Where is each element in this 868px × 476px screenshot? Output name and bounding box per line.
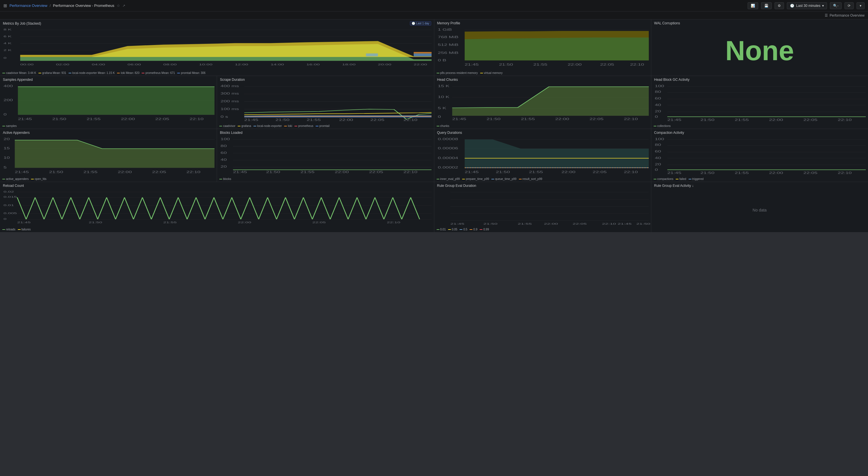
scrape-grafana-label: grafana [241,124,251,128]
legend-active-appenders: active_appenders [2,178,29,181]
active-appenders-label: active_appenders [6,178,29,181]
collections-label: collections [657,124,671,128]
svg-text:22:10: 22:10 [624,118,638,121]
svg-text:300 ms: 300 ms [221,92,239,95]
svg-text:22:00: 22:00 [335,170,349,174]
panel-header-reload: Reload Count [0,182,434,189]
p8s-dot [437,73,439,73]
refresh-interval-btn[interactable]: ▾ [857,2,865,9]
panel-title-rule-activity[interactable]: Rule Group Eval Activity ↓ [654,184,694,188]
save-btn[interactable]: 💾 [761,2,772,9]
legend-chunks: chunks [437,124,450,128]
svg-text:22:10: 22:10 [404,118,418,122]
svg-text:0.00002: 0.00002 [438,166,458,169]
svg-text:22:10: 22:10 [602,222,616,225]
svg-text:22:05: 22:05 [370,118,384,122]
svg-marker-13 [366,53,378,56]
prometheus-dot [142,73,145,73]
svg-text:06:00: 06:00 [128,63,141,66]
svg-text:21:45: 21:45 [452,118,466,121]
svg-text:22:10: 22:10 [630,63,644,66]
p001-dot [437,229,439,230]
scrape-promtail-label: promtail [319,124,330,128]
memory-legend: p8s process resident memory virtual memo… [434,71,651,76]
svg-text:21:45: 21:45 [450,222,464,225]
svg-text:21:45: 21:45 [233,170,247,174]
chunks-legend: chunks [434,124,651,129]
svg-text:80: 80 [221,145,227,148]
panel-header-query: Query Durations [434,129,651,135]
svg-text:21:55: 21:55 [307,118,321,122]
svg-text:00:00: 00:00 [20,63,34,66]
svg-text:1 GiB: 1 GiB [438,28,452,31]
promtail-dot [177,73,180,73]
svg-text:2 K: 2 K [3,49,11,52]
chart-btn[interactable]: 📊 [748,2,758,9]
rule-duration-chart-svg: 21:45 21:50 21:55 22:00 22:05 22:10 21:4… [437,189,649,226]
star-icon[interactable]: ☆ [117,3,120,8]
svg-text:21:55: 21:55 [163,221,177,224]
svg-text:04:00: 04:00 [92,63,105,66]
toolbar: 📊 💾 ⚙ 🕐 Last 30 minutes ▾ 🔍- ⟳ ▾ [748,2,865,9]
svg-text:21:45: 21:45 [18,118,32,121]
legend-samples: samples [2,124,17,128]
panel-scrape-duration: Scrape Duration 400 ms 300 ms 200 ms 100… [217,76,434,129]
collections-dot [654,126,656,126]
panel-title-appenders: Active Appenders [3,131,30,135]
share-icon[interactable]: ↗ [122,4,125,8]
svg-text:22:00: 22:00 [121,118,135,121]
svg-text:5 K: 5 K [438,106,446,110]
svg-text:21:45: 21:45 [464,63,478,66]
legend-0.9: 0.9 [469,228,477,231]
svg-text:22:00: 22:00 [555,118,569,121]
svg-text:100: 100 [655,85,664,88]
metrics-badge-label: Last 1 day [416,22,429,25]
time-range-btn[interactable]: 🕐 Last 30 minutes ▾ [787,2,827,9]
legend-collections: collections [654,124,671,128]
scrape-grafana-dot [238,126,241,126]
svg-text:10:00: 10:00 [199,63,212,66]
svg-text:0 s: 0 s [221,115,228,118]
breadcrumb-home[interactable]: Performance Overview [9,3,47,8]
svg-text:0: 0 [3,218,6,220]
refresh-btn[interactable]: ⟳ [844,2,854,9]
zoom-out-btn[interactable]: 🔍- [830,2,842,9]
legend-0.99: 0.99 [479,228,489,231]
svg-text:22:10: 22:10 [189,118,204,121]
svg-text:21:50: 21:50 [636,222,650,225]
panel-header-metrics: Metrics By Job (Stacked) 🕐 Last 1 day [0,20,434,26]
top-bar: ⊞ Performance Overview / Performance Ove… [0,0,868,11]
p05-label: 0.5 [463,228,467,231]
svg-text:0.02: 0.02 [3,190,14,193]
p005-dot [448,229,451,230]
svg-text:22:10: 22:10 [186,170,200,174]
svg-text:22:10: 22:10 [387,221,400,224]
svg-text:100: 100 [655,137,664,141]
memory-chart-body: 1 GiB 768 MiB 512 MiB 256 MiB 0 B 21:45 … [434,26,651,71]
svg-text:400: 400 [3,85,13,88]
panel-title-reload: Reload Count [3,184,24,188]
legend-prepare-time: prepare_time_p99 [462,178,489,181]
perf-overview-label: Performance Overview [830,13,865,18]
panel-header-gc: Head Block GC Activity [651,76,868,83]
prometheus-label: prometheus Mean: 671 [145,71,175,74]
query-legend: inner_eval_p99 prepare_time_p99 queue_ti… [434,177,651,182]
panel-header-memory: Memory Profile [434,20,651,26]
open-fds-label: open_fds [35,178,46,181]
svg-text:0 B: 0 B [438,59,446,62]
svg-text:21:50: 21:50 [49,170,63,174]
svg-text:21:55: 21:55 [735,171,749,174]
panel-header-samples: Samples Appended [0,76,217,83]
svg-text:18:00: 18:00 [342,63,356,66]
svg-text:21:50: 21:50 [483,222,497,225]
svg-text:512 MiB: 512 MiB [438,43,458,46]
triggered-dot [688,179,691,180]
p8s-label: p8s process resident memory [440,71,478,74]
settings-btn[interactable]: ⚙ [775,2,784,9]
svg-text:22:05: 22:05 [600,63,614,66]
chevron-down-icon: ▾ [822,4,824,8]
legend-prometheus: prometheus Mean: 671 [142,71,175,74]
reloads-label: reloads [6,228,16,231]
breadcrumb: ⊞ Performance Overview / Performance Ove… [3,3,125,8]
result-sort-label: result_sort_p99 [523,178,542,181]
